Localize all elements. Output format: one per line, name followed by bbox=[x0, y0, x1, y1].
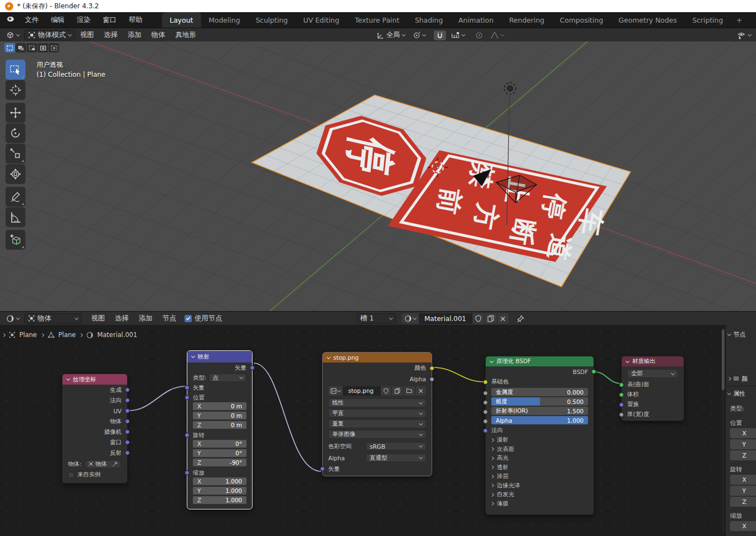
pivot-point-dropdown[interactable] bbox=[410, 30, 428, 40]
image-browse-dropdown[interactable] bbox=[328, 386, 343, 396]
menu-file[interactable]: 文件 bbox=[19, 13, 45, 27]
alpha-slider[interactable]: Alpha1.000 bbox=[491, 416, 588, 424]
tool-annotate[interactable] bbox=[6, 187, 25, 207]
tab-animation[interactable]: Animation bbox=[450, 12, 501, 28]
unlink-material-button[interactable] bbox=[497, 313, 508, 324]
tab-rendering[interactable]: Rendering bbox=[501, 12, 552, 28]
menu-window[interactable]: 窗口 bbox=[97, 13, 123, 27]
location-z-field[interactable]: Z0 m bbox=[193, 421, 246, 429]
tool-transform[interactable] bbox=[6, 164, 25, 184]
mapping-type-dropdown[interactable]: 点 bbox=[209, 374, 246, 382]
tool-add-primitive[interactable] bbox=[6, 230, 25, 250]
sidebar-rotation-x[interactable]: X bbox=[730, 475, 756, 485]
sidebar-location-x[interactable]: X bbox=[730, 428, 756, 438]
image-copy-button[interactable] bbox=[392, 386, 403, 396]
socket-ior[interactable] bbox=[483, 409, 488, 414]
shader-editor-type-dropdown[interactable] bbox=[3, 313, 22, 324]
socket-scale[interactable] bbox=[185, 470, 190, 475]
panel-specular[interactable]: 高光 bbox=[486, 454, 594, 463]
shader-menu-add[interactable]: 添加 bbox=[134, 312, 158, 325]
node-material-output[interactable]: 材质输出 全部 表(曲)面 体积 置换 厚(宽)度 bbox=[621, 356, 684, 421]
panel-subsurface[interactable]: 次表面 bbox=[486, 445, 594, 454]
color-swatch[interactable] bbox=[733, 376, 739, 381]
use-nodes-checkbox[interactable] bbox=[185, 315, 192, 322]
image-fake-user-button[interactable] bbox=[381, 386, 392, 396]
select-mode-subtract[interactable] bbox=[27, 43, 37, 52]
collapse-icon[interactable] bbox=[66, 377, 70, 381]
socket-color-out[interactable] bbox=[429, 366, 434, 371]
tab-texture-paint[interactable]: Texture Paint bbox=[347, 12, 407, 28]
socket-window[interactable] bbox=[125, 440, 130, 445]
socket-alpha[interactable] bbox=[483, 419, 488, 424]
tool-scale[interactable] bbox=[6, 144, 25, 164]
from-instancer-checkbox[interactable] bbox=[68, 472, 74, 478]
tab-compositing[interactable]: Compositing bbox=[552, 12, 611, 28]
tab-scripting[interactable]: Scripting bbox=[685, 12, 731, 28]
tool-rotate[interactable] bbox=[6, 123, 25, 143]
menu-render[interactable]: 渲染 bbox=[71, 13, 97, 27]
scale-z-field[interactable]: Z1.000 bbox=[193, 496, 246, 504]
add-workspace-button[interactable]: + bbox=[731, 12, 747, 28]
blender-menu-icon[interactable] bbox=[4, 15, 17, 25]
panel-thin-film[interactable]: 薄膜 bbox=[486, 500, 594, 509]
image-name-field[interactable]: stop.png bbox=[343, 386, 381, 396]
sidebar-color-row[interactable]: 颜 bbox=[726, 374, 756, 383]
socket-normal[interactable] bbox=[483, 428, 488, 433]
panel-sheen[interactable]: 边缘光泽 bbox=[486, 481, 594, 491]
menu-edit[interactable]: 编辑 bbox=[45, 13, 71, 27]
viewport-menu-object[interactable]: 物体 bbox=[146, 29, 170, 41]
tab-shading[interactable]: Shading bbox=[407, 12, 451, 28]
socket-roughness[interactable] bbox=[483, 400, 488, 405]
sidebar-panel-properties[interactable]: 属性 bbox=[726, 388, 756, 398]
rotation-y-field[interactable]: Y0° bbox=[193, 449, 246, 457]
socket-metallic[interactable] bbox=[483, 391, 488, 396]
tab-layout[interactable]: Layout bbox=[162, 12, 201, 28]
sidebar-rotation-y[interactable]: Y bbox=[730, 486, 756, 496]
node-image-texture[interactable]: stop.png 颜色 Alpha stop.png bbox=[322, 352, 432, 476]
shader-menu-view[interactable]: 视图 bbox=[86, 312, 110, 325]
roughness-slider[interactable]: 糙度0.500 bbox=[491, 397, 588, 406]
ior-slider[interactable]: 折射率(IOR)1.500 bbox=[491, 407, 588, 415]
metallic-slider[interactable]: 金属度0.000 bbox=[491, 388, 588, 396]
socket-vector-in[interactable] bbox=[320, 466, 325, 471]
menu-help[interactable]: 帮助 bbox=[123, 13, 149, 27]
sidebar-location-z[interactable]: Z bbox=[730, 450, 756, 460]
tab-sculpting[interactable]: Sculpting bbox=[248, 12, 295, 28]
node-mapping[interactable]: 映射 矢量 类型: 点 矢量 位置 X0 m Y0 m Z0 m 旋转 X0° … bbox=[187, 350, 253, 509]
fake-user-button[interactable] bbox=[473, 313, 485, 324]
socket-camera[interactable] bbox=[125, 429, 130, 434]
sidebar-panel-node[interactable]: 节点 bbox=[726, 329, 756, 339]
mode-dropdown[interactable]: 物体模式 bbox=[24, 30, 75, 40]
panel-coat[interactable]: 涂层 bbox=[486, 472, 594, 481]
select-mode-set[interactable] bbox=[4, 43, 15, 52]
transform-orientation-dropdown[interactable]: 全局 bbox=[374, 29, 408, 41]
viewport-menu-select[interactable]: 选择 bbox=[99, 29, 123, 41]
colorspace-dropdown[interactable]: sRGB bbox=[366, 442, 426, 450]
use-nodes-toggle[interactable]: 使用节点 bbox=[185, 314, 222, 323]
tab-geometry-nodes[interactable]: Geometry Nodes bbox=[611, 12, 684, 28]
viewport-menu-add[interactable]: 添加 bbox=[123, 29, 146, 41]
interpolation-dropdown[interactable]: 线性 bbox=[328, 398, 426, 407]
socket-surface[interactable] bbox=[619, 382, 624, 387]
socket-volume[interactable] bbox=[619, 392, 624, 397]
new-material-button[interactable] bbox=[485, 313, 497, 324]
from-instancer-toggle[interactable]: 来自实例 bbox=[62, 470, 127, 480]
socket-normal[interactable] bbox=[125, 398, 130, 403]
material-name-field[interactable]: Material.001 bbox=[419, 313, 473, 324]
proportional-falloff-dropdown[interactable] bbox=[487, 30, 507, 40]
socket-alpha-out[interactable] bbox=[429, 377, 434, 382]
image-unlink-button[interactable] bbox=[416, 386, 426, 396]
node-principled-bsdf[interactable]: 原理化 BSDF BSDF 基础色 金属度0.000 糙度0.500 折射率(I… bbox=[485, 356, 594, 515]
eyedropper-icon[interactable] bbox=[112, 461, 118, 467]
sidebar-location-y[interactable]: Y bbox=[730, 439, 756, 449]
scale-y-field[interactable]: Y1.000 bbox=[193, 487, 246, 495]
editor-type-dropdown[interactable] bbox=[3, 30, 22, 40]
socket-generated[interactable] bbox=[125, 387, 130, 392]
viewport-menu-view[interactable]: 视图 bbox=[75, 29, 99, 41]
socket-base-color[interactable] bbox=[483, 380, 488, 385]
tool-move[interactable] bbox=[6, 103, 25, 123]
shader-node-editor[interactable]: Plane Plane Material.001 纹理坐标 生成 法向 UV 物… bbox=[0, 325, 756, 536]
snap-toggle[interactable] bbox=[434, 30, 446, 40]
plane-object[interactable]: 停 禁 止 停 车 前 方 断 道 bbox=[252, 95, 631, 287]
panel-diffuse[interactable]: 漫射 bbox=[486, 435, 594, 445]
